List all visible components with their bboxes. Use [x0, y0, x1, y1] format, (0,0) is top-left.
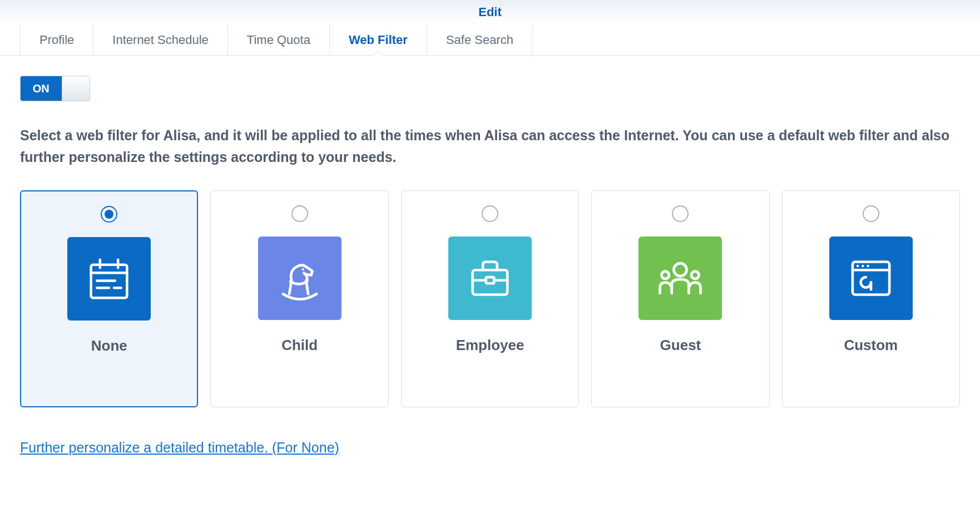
people-group-icon [639, 237, 722, 320]
svg-point-10 [674, 263, 687, 276]
filter-card-employee[interactable]: Employee [401, 190, 579, 407]
radio-child[interactable] [291, 205, 308, 222]
tab-safe-search[interactable]: Safe Search [427, 24, 533, 55]
web-filter-toggle[interactable]: ON [20, 76, 90, 101]
filter-card-custom[interactable]: Custom [782, 190, 960, 407]
svg-point-17 [867, 264, 869, 267]
toggle-state-label: ON [21, 76, 62, 101]
filter-cards: None Child [20, 190, 960, 407]
tab-web-filter[interactable]: Web Filter [330, 24, 427, 55]
svg-point-11 [662, 271, 669, 278]
calendar-notes-icon [67, 237, 151, 321]
svg-point-12 [692, 271, 699, 278]
page-title: Edit [0, 0, 980, 24]
description-text: Select a web filter for Alisa, and it wi… [20, 125, 960, 168]
filter-card-child[interactable]: Child [210, 190, 388, 407]
radio-custom[interactable] [863, 205, 879, 222]
svg-rect-9 [486, 277, 494, 283]
tab-internet-schedule[interactable]: Internet Schedule [93, 24, 227, 55]
radio-none[interactable] [101, 206, 117, 223]
tab-profile[interactable]: Profile [20, 24, 93, 55]
tabs: Profile Internet Schedule Time Quota Web… [0, 24, 980, 56]
svg-point-16 [862, 264, 864, 267]
rocking-horse-icon [258, 237, 341, 320]
personalize-timetable-link[interactable]: Further personalize a detailed timetable… [20, 440, 339, 456]
filter-card-guest[interactable]: Guest [591, 190, 769, 407]
filter-label: Employee [456, 337, 524, 354]
svg-point-15 [857, 264, 859, 267]
briefcase-icon [448, 237, 532, 320]
svg-point-7 [301, 268, 304, 270]
filter-card-none[interactable]: None [20, 190, 198, 407]
filter-label: Custom [844, 337, 898, 354]
radio-employee[interactable] [482, 205, 498, 222]
tab-time-quota[interactable]: Time Quota [228, 24, 330, 55]
filter-label: Guest [660, 337, 701, 354]
radio-guest[interactable] [672, 205, 689, 222]
browser-wrench-icon [829, 237, 913, 320]
toggle-knob [62, 76, 90, 101]
filter-label: None [91, 337, 127, 354]
filter-label: Child [281, 337, 318, 354]
